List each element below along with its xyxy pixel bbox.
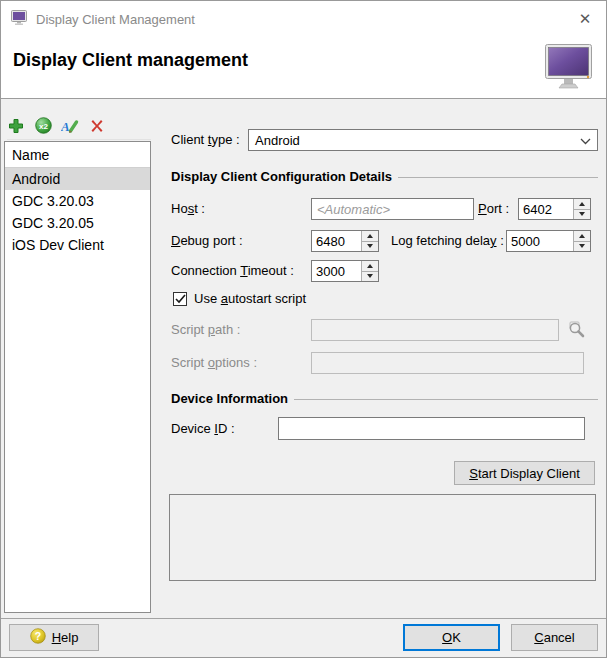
display-client-management-dialog: Display Client Management ✕ Display Clie… xyxy=(0,0,607,658)
help-button[interactable]: ? Help xyxy=(9,624,99,651)
list-item-android[interactable]: Android xyxy=(5,168,150,190)
ok-button[interactable]: OK xyxy=(403,624,500,651)
debug-port-input[interactable] xyxy=(312,231,361,251)
debug-port-spinner xyxy=(311,230,379,252)
title-bar: Display Client Management ✕ xyxy=(1,1,606,37)
host-label: Host : xyxy=(171,198,205,220)
connection-timeout-spinner xyxy=(311,260,379,282)
browse-script-path-icon xyxy=(567,320,586,342)
script-path-label: Script path : xyxy=(171,319,240,341)
log-fetching-delay-spin-up[interactable] xyxy=(574,231,590,242)
page-title: Display Client management xyxy=(13,50,248,71)
connection-timeout-spin-down[interactable] xyxy=(362,272,378,282)
app-monitor-icon xyxy=(11,10,27,28)
footer-divider xyxy=(1,618,606,619)
device-group-header: Device Information xyxy=(171,391,598,406)
connection-timeout-input[interactable] xyxy=(312,261,361,281)
log-fetching-delay-spin-down[interactable] xyxy=(574,242,590,252)
port-input[interactable] xyxy=(519,199,573,219)
port-spinner xyxy=(518,198,591,220)
group-divider xyxy=(398,177,598,178)
cancel-button[interactable]: Cancel xyxy=(511,624,598,651)
client-list: Name Android GDC 3.20.03 GDC 3.20.05 iOS… xyxy=(4,141,151,613)
device-id-label: Device ID : xyxy=(171,418,235,440)
window-title: Display Client Management xyxy=(36,12,574,27)
log-fetching-delay-input[interactable] xyxy=(507,231,573,251)
device-group-title: Device Information xyxy=(171,391,288,406)
list-item-gdc-32005[interactable]: GDC 3.20.05 xyxy=(5,212,150,234)
port-spin-up[interactable] xyxy=(574,199,590,210)
port-label: Port : xyxy=(478,198,509,220)
client-type-label: Client type : xyxy=(171,129,240,151)
use-autostart-script-row: Use autostart script xyxy=(173,290,306,307)
client-list-column-header: Name xyxy=(5,142,150,168)
use-autostart-script-label: Use autostart script xyxy=(194,291,306,306)
group-divider xyxy=(294,399,598,400)
script-path-input xyxy=(311,319,559,341)
svg-text:?: ? xyxy=(34,630,40,642)
client-type-dropdown[interactable]: Android xyxy=(248,129,598,151)
list-item-gdc-32003[interactable]: GDC 3.20.03 xyxy=(5,190,150,212)
script-options-label: Script options : xyxy=(171,352,257,374)
list-toolbar: x2 A xyxy=(7,112,151,140)
checkmark-icon xyxy=(175,294,186,304)
script-options-input xyxy=(311,352,584,374)
client-type-value: Android xyxy=(255,133,580,148)
svg-text:A: A xyxy=(61,119,70,134)
debug-port-spin-down[interactable] xyxy=(362,242,378,252)
chevron-down-icon xyxy=(580,133,591,148)
client-log-output-panel xyxy=(169,494,596,581)
add-client-icon[interactable] xyxy=(7,117,25,135)
dialog-header: Display Client management xyxy=(1,37,606,99)
help-icon: ? xyxy=(30,628,46,647)
log-fetching-delay-label: Log fetching delay : xyxy=(391,230,504,252)
log-fetching-delay-spinner xyxy=(506,230,591,252)
start-display-client-button[interactable]: Start Display Client xyxy=(454,461,595,485)
close-icon[interactable]: ✕ xyxy=(574,8,596,30)
connection-timeout-label: Connection Timeout : xyxy=(171,260,294,282)
delete-client-icon[interactable] xyxy=(88,117,106,135)
clone-client-icon[interactable]: x2 xyxy=(34,117,52,135)
list-item-ios-dev-client[interactable]: iOS Dev Client xyxy=(5,234,150,256)
port-spin-down[interactable] xyxy=(574,210,590,220)
use-autostart-script-checkbox[interactable] xyxy=(173,292,187,306)
debug-port-spin-up[interactable] xyxy=(362,231,378,242)
connection-timeout-spin-up[interactable] xyxy=(362,261,378,272)
config-group-title: Display Client Configuration Details xyxy=(171,169,392,184)
debug-port-label: Debug port : xyxy=(171,230,243,252)
svg-text:x2: x2 xyxy=(39,122,48,131)
device-id-input[interactable] xyxy=(278,417,585,440)
host-input[interactable] xyxy=(311,198,474,220)
config-group-header: Display Client Configuration Details xyxy=(171,169,598,184)
display-client-monitor-icon xyxy=(545,44,592,93)
rename-client-icon[interactable]: A xyxy=(61,117,79,135)
